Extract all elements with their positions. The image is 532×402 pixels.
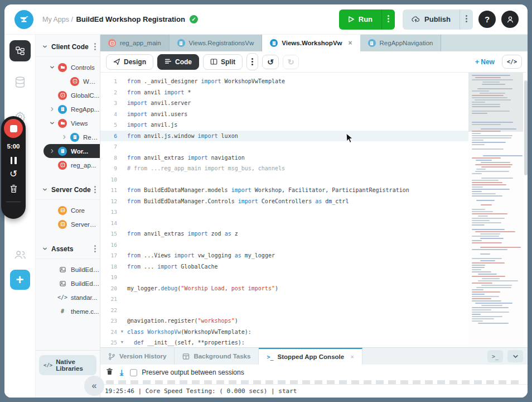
collapse-sidebar-button[interactable]: « bbox=[84, 376, 104, 396]
timer-delete-button[interactable] bbox=[9, 184, 18, 195]
help-button[interactable]: ? bbox=[478, 11, 496, 28]
code-line-25[interactable]: 25▼ def __init__(self, **properties): bbox=[100, 337, 468, 347]
code-line-1[interactable]: 1from ._anvil_designer import WorkshopVw… bbox=[100, 76, 468, 87]
code-line-23[interactable]: 23@navigation.register("workshops") bbox=[100, 315, 468, 327]
code-line-16[interactable]: 16 bbox=[100, 240, 468, 251]
close-tab-icon[interactable]: × bbox=[350, 353, 354, 360]
code-line-3[interactable]: 3import anvil.server bbox=[100, 98, 468, 109]
anvil-logo-icon[interactable] bbox=[14, 10, 33, 29]
breadcrumb-prefix[interactable]: My Apps / bbox=[42, 16, 73, 23]
tree-item-globalc[interactable]: GlobalC... bbox=[36, 88, 100, 102]
code-line-22[interactable]: 22 bbox=[100, 305, 468, 316]
section-menu-icon[interactable] bbox=[91, 42, 98, 51]
code-line-6[interactable]: 6from anvil.js.window import luxon bbox=[100, 131, 468, 142]
native-libraries-item[interactable]: </> Native Libraries bbox=[39, 355, 96, 375]
code-view-button[interactable]: Code bbox=[157, 54, 199, 70]
console-tab-version-history[interactable]: Version History bbox=[100, 348, 175, 365]
timer-restart-button[interactable]: ↺ bbox=[9, 169, 17, 179]
collapse-console-button[interactable] bbox=[507, 350, 523, 362]
autoscroll-icon[interactable]: ⤓ bbox=[120, 368, 123, 377]
account-button[interactable] bbox=[501, 11, 519, 28]
section-menu-icon[interactable] bbox=[91, 244, 98, 253]
code-line-7[interactable]: 7 bbox=[100, 141, 468, 152]
add-plus-button[interactable]: + bbox=[10, 270, 30, 290]
console-tab-stopped-app-console[interactable]: >_Stopped App Console× bbox=[259, 348, 362, 365]
tree-item-buildedl[interactable]: BuildEd-l... bbox=[36, 262, 100, 276]
tree-item-themec[interactable]: #theme.c... bbox=[36, 304, 100, 318]
editor-scrollbar[interactable] bbox=[524, 80, 528, 175]
chevron-right-icon[interactable] bbox=[50, 149, 55, 154]
undo-button[interactable]: ↺ bbox=[262, 55, 279, 69]
code-line-4[interactable]: 4import anvil.users bbox=[100, 109, 468, 120]
code-line-14[interactable]: 14 bbox=[100, 218, 468, 229]
tree-item-regi[interactable]: Regi... bbox=[36, 130, 100, 144]
tree-item-serverm[interactable]: ServerM... bbox=[36, 217, 100, 231]
chevron-down-icon[interactable] bbox=[50, 65, 55, 70]
code-line-18[interactable]: 18from ... import GlobalCache bbox=[100, 261, 468, 272]
editor-tab-views-registrationsvw[interactable]: Views.RegistrationsVw bbox=[170, 35, 263, 51]
code-line-9[interactable]: 9# from ...reg_app_main import msg_bus, … bbox=[100, 163, 468, 174]
timer-stop-button[interactable] bbox=[4, 119, 23, 138]
editor-tab-views-workshopvw[interactable]: Views.WorkshopVw× bbox=[262, 35, 360, 51]
code-line-12[interactable]: 12from BuildEdDataManager.Controls impor… bbox=[100, 196, 468, 207]
run-menu-button[interactable] bbox=[381, 9, 395, 30]
database-icon[interactable] bbox=[14, 76, 26, 92]
open-terminal-button[interactable]: >_ bbox=[487, 350, 503, 362]
editor-tab-reg_app_main[interactable]: reg_app_main bbox=[100, 35, 170, 51]
redo-button[interactable]: ↻ bbox=[283, 55, 299, 69]
fold-arrow-icon[interactable]: ▼ bbox=[121, 329, 123, 334]
chevron-down-icon[interactable] bbox=[42, 245, 47, 253]
code-line-2[interactable]: 2from anvil import * bbox=[100, 87, 468, 98]
close-tab-icon[interactable]: × bbox=[349, 39, 352, 47]
app-structure-icon[interactable] bbox=[9, 40, 31, 61]
section-menu-icon[interactable] bbox=[91, 185, 98, 194]
code-editor[interactable]: 1from ._anvil_designer import WorkshopVw… bbox=[100, 73, 528, 347]
chevron-down-icon[interactable] bbox=[42, 43, 47, 51]
code-line-17[interactable]: 17from ...Views import vw_logging as my_… bbox=[100, 250, 468, 261]
tree-item-regapp[interactable]: RegApp... bbox=[36, 102, 100, 116]
tree-item-wco[interactable]: WCo... bbox=[36, 74, 100, 88]
new-button[interactable]: + New bbox=[475, 58, 495, 66]
tree-item-wor[interactable]: Wor... bbox=[43, 144, 100, 158]
minimap[interactable] bbox=[468, 73, 523, 347]
code-toggle-button[interactable]: </> bbox=[502, 55, 522, 69]
code-line-20[interactable]: 20my_logger.debug("Worship Load, post im… bbox=[100, 283, 468, 294]
code-line-8[interactable]: 8from anvil_extras import navigation bbox=[100, 152, 468, 164]
section-header-server-code[interactable]: Server Code bbox=[36, 180, 100, 200]
code-line-10[interactable]: 10 bbox=[100, 174, 468, 185]
tree-item-controls[interactable]: Controls bbox=[36, 60, 100, 74]
users-icon[interactable] bbox=[13, 248, 27, 263]
design-view-button[interactable]: Design bbox=[106, 54, 153, 70]
code-line-5[interactable]: 5import anvil.js bbox=[100, 119, 468, 131]
editor-tab-regappnavigation[interactable]: RegAppNavigation bbox=[360, 35, 442, 51]
publish-button[interactable]: Publish bbox=[403, 9, 460, 30]
breadcrumb[interactable]: My Apps / BuildEd Workshop Registration bbox=[42, 15, 185, 23]
toolbar-menu-button[interactable] bbox=[246, 53, 258, 70]
console-tab-background-tasks[interactable]: Background Tasks bbox=[175, 348, 259, 365]
clear-console-icon[interactable] bbox=[106, 367, 113, 377]
code-line-13[interactable]: 13 bbox=[100, 207, 468, 218]
tree-item-buildedl[interactable]: BuildEd-l... bbox=[36, 276, 100, 290]
preserve-output-checkbox[interactable] bbox=[130, 369, 137, 376]
code-line-11[interactable]: 11from BuildEdDataManager.models import … bbox=[100, 185, 468, 196]
tree-item-standar[interactable]: </>standar... bbox=[36, 290, 100, 304]
chevron-down-icon[interactable] bbox=[50, 121, 55, 126]
code-line-21[interactable]: 21 bbox=[100, 294, 468, 305]
code-line-15[interactable]: 15from anvil_extras import zod as z bbox=[100, 228, 468, 240]
tree-item-reg_ap[interactable]: reg_ap... bbox=[36, 158, 100, 172]
section-header-assets[interactable]: Assets bbox=[36, 239, 100, 259]
publish-menu-button[interactable] bbox=[460, 9, 473, 30]
fold-arrow-icon[interactable]: ▼ bbox=[121, 340, 123, 344]
tree-item-views[interactable]: Views bbox=[36, 116, 100, 130]
code-line-19[interactable]: 19 bbox=[100, 272, 468, 283]
chevron-down-icon[interactable] bbox=[42, 186, 47, 194]
split-view-button[interactable]: Split bbox=[203, 54, 243, 70]
minimap-viewport[interactable] bbox=[468, 73, 523, 132]
chevron-right-icon[interactable] bbox=[62, 135, 67, 140]
tree-item-core[interactable]: Core bbox=[36, 203, 100, 217]
chevron-right-icon[interactable] bbox=[50, 107, 55, 112]
section-header-client-code[interactable]: Client Code bbox=[36, 37, 100, 57]
timer-pause-button[interactable] bbox=[11, 157, 17, 164]
code-line-24[interactable]: 24▼class WorkshopVw(WorkshopVwTemplate): bbox=[100, 327, 468, 338]
run-button[interactable]: Run bbox=[339, 9, 381, 30]
